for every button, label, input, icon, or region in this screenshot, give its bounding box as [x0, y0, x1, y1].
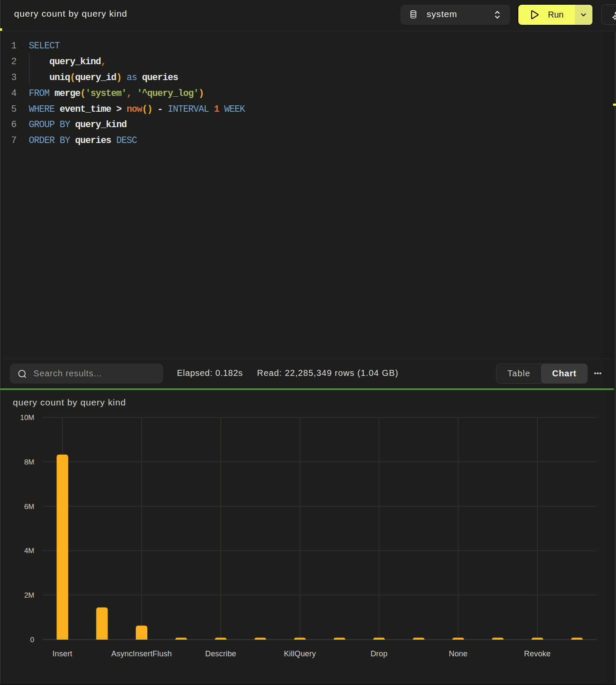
svg-text:None: None — [449, 649, 468, 658]
svg-text:Insert: Insert — [53, 649, 72, 658]
svg-text:4M: 4M — [24, 547, 34, 555]
svg-text:10M: 10M — [20, 414, 34, 422]
svg-text:0: 0 — [30, 636, 34, 644]
svg-text:KillQuery: KillQuery — [284, 649, 316, 658]
svg-text:Describe: Describe — [205, 649, 236, 658]
svg-text:Drop: Drop — [371, 649, 388, 658]
svg-text:6M: 6M — [24, 503, 34, 511]
svg-text:2M: 2M — [24, 591, 34, 599]
svg-text:Revoke: Revoke — [524, 649, 550, 658]
svg-text:AsyncInsertFlush: AsyncInsertFlush — [111, 649, 172, 658]
svg-text:8M: 8M — [24, 458, 34, 466]
